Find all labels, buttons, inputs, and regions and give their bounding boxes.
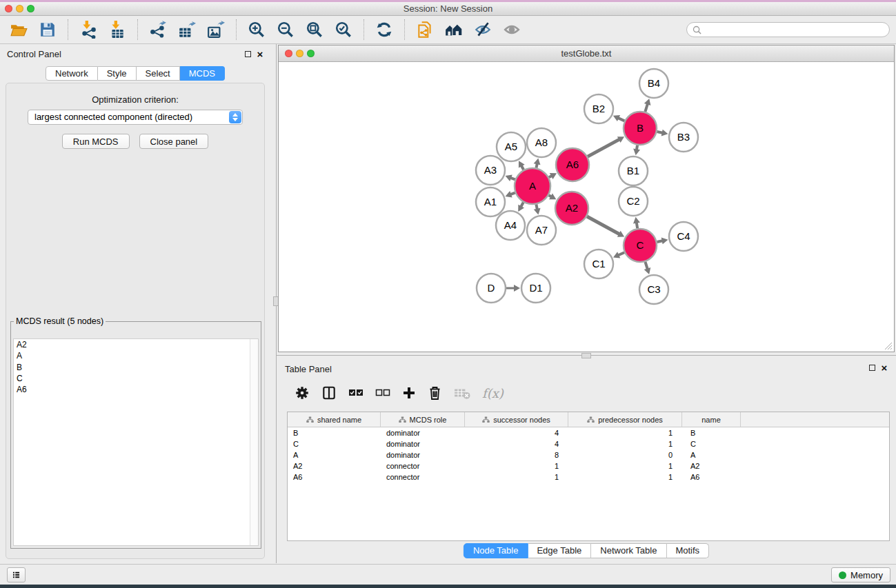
graph-edge-A-A4[interactable]	[521, 203, 524, 207]
table-cell[interactable]: B	[682, 427, 741, 438]
resize-grip-icon[interactable]	[884, 341, 893, 350]
table-cell[interactable]: dominator	[381, 427, 465, 438]
graph-edge-B-B2[interactable]	[618, 118, 624, 121]
task-history-button[interactable]	[7, 567, 26, 582]
refresh-button[interactable]	[370, 17, 398, 42]
graph-edge-B-B1[interactable]	[637, 145, 637, 150]
export-table-button[interactable]	[173, 17, 201, 42]
tab-edge-table[interactable]: Edge Table	[528, 543, 591, 558]
tab-style[interactable]: Style	[98, 66, 137, 81]
import-table-button[interactable]	[103, 17, 131, 42]
table-cell[interactable]: A2	[682, 460, 741, 472]
session-home-button[interactable]	[440, 17, 468, 42]
show-panels-button[interactable]	[498, 17, 526, 42]
table-cell[interactable]: B	[288, 427, 381, 438]
delete-column-button[interactable]	[428, 385, 442, 401]
column-layout-button[interactable]	[321, 385, 337, 401]
app-titlebar[interactable]: Session: New Session	[0, 2, 896, 16]
table-cell[interactable]: dominator	[381, 438, 465, 449]
table-row[interactable]: A6connector11A6	[288, 472, 889, 483]
search-input[interactable]	[704, 23, 889, 37]
export-image-button[interactable]	[202, 17, 230, 42]
deselect-all-button[interactable]	[375, 387, 390, 398]
graph-edge-B-B4[interactable]	[645, 104, 648, 112]
graph-edge-A6-B[interactable]	[588, 139, 619, 156]
select-all-button[interactable]	[348, 387, 364, 398]
table-cell[interactable]: 1	[465, 472, 568, 483]
graph-edge-C-C4[interactable]	[657, 241, 662, 242]
table-cell[interactable]: connector	[381, 460, 465, 472]
mcds-result-item[interactable]: A6	[14, 384, 258, 395]
graph-edge-B-B3[interactable]	[657, 132, 662, 133]
float-panel-button[interactable]	[243, 50, 252, 59]
float-table-panel-button[interactable]	[867, 363, 877, 372]
run-mcds-button[interactable]: Run MCDS	[62, 134, 130, 149]
tab-motifs[interactable]: Motifs	[666, 543, 709, 558]
table-row[interactable]: Bdominator41B	[288, 427, 889, 438]
memory-button[interactable]: Memory	[831, 567, 890, 582]
tab-select[interactable]: Select	[137, 66, 180, 81]
table-cell[interactable]: 1	[568, 438, 682, 449]
mcds-result-item[interactable]: C	[14, 373, 258, 384]
table-cell[interactable]: 1	[568, 427, 682, 438]
optimization-criterion-select[interactable]: largest connected component (directed)	[28, 110, 243, 125]
zoom-selected-button[interactable]	[330, 17, 357, 42]
column-header-successor-nodes[interactable]: successor nodes	[465, 412, 568, 427]
table-cell[interactable]: 0	[568, 449, 682, 460]
scrollbar-track[interactable]	[250, 339, 258, 545]
save-session-button[interactable]	[34, 17, 61, 42]
column-header-shared-name[interactable]: shared name	[288, 412, 381, 427]
column-header-name[interactable]: name	[682, 412, 741, 427]
horizontal-splitter-handle[interactable]	[581, 353, 591, 358]
table-cell[interactable]: A2	[288, 460, 381, 472]
tab-node-table[interactable]: Node Table	[464, 543, 528, 558]
table-cell[interactable]: 4	[465, 438, 568, 449]
graph-edge-A-A1[interactable]	[510, 193, 515, 195]
table-cell[interactable]: 1	[568, 460, 682, 472]
graph-edge-C-C2[interactable]	[637, 223, 637, 229]
graph-edge-A2-C[interactable]	[587, 216, 619, 234]
graph-edge-C-C3[interactable]	[645, 262, 647, 270]
zoom-in-button[interactable]	[243, 17, 270, 42]
table-row[interactable]: A2connector11A2	[288, 460, 889, 472]
duplicate-network-button[interactable]	[411, 17, 439, 42]
close-table-panel-button[interactable]: ×	[879, 363, 889, 372]
table-cell[interactable]: connector	[381, 472, 465, 483]
table-cell[interactable]: 8	[465, 449, 568, 460]
table-cell[interactable]: C	[682, 438, 741, 449]
table-cell[interactable]: A	[682, 449, 741, 460]
zoom-fit-button[interactable]	[301, 17, 328, 42]
mcds-result-item[interactable]: B	[14, 362, 258, 373]
import-network-button[interactable]	[74, 17, 102, 42]
network-window-titlebar[interactable]: testGlobe.txt	[279, 45, 894, 62]
table-settings-button[interactable]	[295, 385, 310, 401]
column-header-MCDS-role[interactable]: MCDS role	[381, 412, 465, 427]
mcds-result-list[interactable]: A2ABCA6	[13, 338, 259, 546]
tab-network-table[interactable]: Network Table	[591, 543, 666, 558]
tab-mcds[interactable]: MCDS	[180, 66, 225, 81]
table-cell[interactable]: 1	[465, 460, 568, 472]
table-cell[interactable]: A6	[288, 472, 381, 483]
open-session-button[interactable]	[5, 17, 32, 42]
create-column-button[interactable]	[402, 386, 416, 400]
close-panel-action-button[interactable]: Close panel	[139, 134, 209, 149]
table-cell[interactable]: dominator	[381, 449, 465, 460]
table-cell[interactable]: C	[288, 438, 381, 449]
table-cell[interactable]: 4	[465, 427, 568, 438]
network-graph[interactable]: B4B2BB3A5A8A6A3B1AA1C2A2A4A7C4CC1DD1C3	[279, 61, 894, 352]
table-cell[interactable]: 1	[568, 472, 682, 483]
zoom-out-button[interactable]	[272, 17, 299, 42]
graph-edge-A-A3[interactable]	[510, 178, 515, 180]
search-field[interactable]	[686, 22, 890, 37]
graph-edge-A-A7[interactable]	[536, 204, 537, 209]
table-cell[interactable]: A	[288, 449, 381, 460]
table-cell[interactable]: A6	[682, 472, 741, 483]
hide-panels-button[interactable]	[469, 17, 497, 42]
table-row[interactable]: Adominator80A	[288, 449, 889, 460]
close-panel-button[interactable]: ×	[255, 50, 265, 59]
network-canvas[interactable]: B4B2BB3A5A8A6A3B1AA1C2A2A4A7C4CC1DD1C3	[279, 61, 894, 352]
mcds-result-item[interactable]: A	[14, 350, 258, 361]
tab-network[interactable]: Network	[46, 66, 98, 81]
graph-edge-C-C1[interactable]	[618, 252, 624, 255]
mcds-result-item[interactable]: A2	[14, 339, 258, 350]
